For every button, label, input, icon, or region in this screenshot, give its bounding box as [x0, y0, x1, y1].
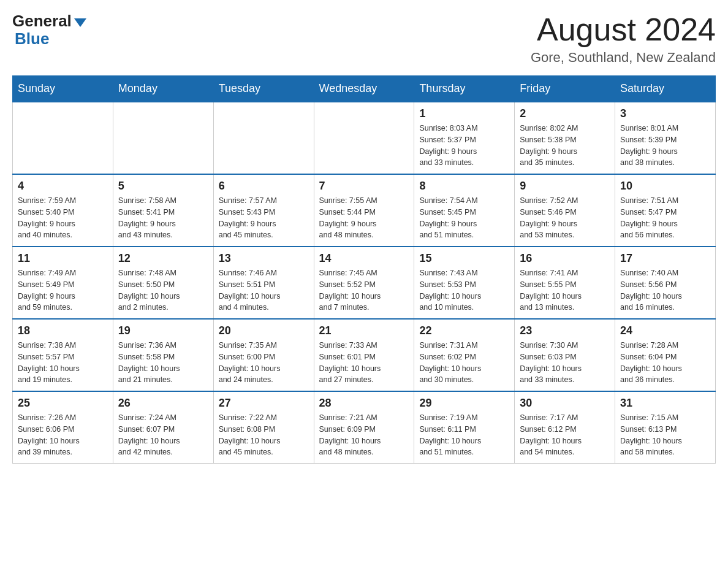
day-info: Sunrise: 7:36 AM Sunset: 5:58 PM Dayligh… [118, 340, 208, 386]
week-row-2: 4Sunrise: 7:59 AM Sunset: 5:40 PM Daylig… [13, 174, 716, 247]
calendar-cell: 27Sunrise: 7:22 AM Sunset: 6:08 PM Dayli… [213, 391, 314, 464]
day-number: 14 [319, 252, 409, 265]
day-number: 11 [18, 252, 108, 265]
calendar-cell: 16Sunrise: 7:41 AM Sunset: 5:55 PM Dayli… [515, 247, 615, 319]
calendar-cell: 20Sunrise: 7:35 AM Sunset: 6:00 PM Dayli… [213, 319, 314, 391]
logo-text-general: General [12, 12, 72, 30]
month-title: August 2024 [531, 12, 716, 47]
calendar-cell: 30Sunrise: 7:17 AM Sunset: 6:12 PM Dayli… [515, 391, 615, 464]
day-info: Sunrise: 7:35 AM Sunset: 6:00 PM Dayligh… [219, 340, 309, 386]
day-info: Sunrise: 7:55 AM Sunset: 5:44 PM Dayligh… [319, 195, 409, 241]
day-number: 2 [520, 107, 610, 120]
day-number: 26 [118, 397, 208, 410]
day-number: 17 [620, 252, 710, 265]
calendar-cell: 15Sunrise: 7:43 AM Sunset: 5:53 PM Dayli… [414, 247, 515, 319]
day-info: Sunrise: 8:03 AM Sunset: 5:37 PM Dayligh… [419, 123, 509, 169]
logo-general: General [12, 12, 86, 30]
calendar-cell: 31Sunrise: 7:15 AM Sunset: 6:13 PM Dayli… [615, 391, 716, 464]
day-info: Sunrise: 7:58 AM Sunset: 5:41 PM Dayligh… [118, 195, 208, 241]
day-number: 30 [520, 397, 610, 410]
logo-text-blue: Blue [15, 30, 49, 48]
calendar-header-row: SundayMondayTuesdayWednesdayThursdayFrid… [13, 76, 716, 102]
day-number: 1 [419, 107, 509, 120]
day-info: Sunrise: 7:57 AM Sunset: 5:43 PM Dayligh… [219, 195, 309, 241]
day-number: 16 [520, 252, 610, 265]
day-info: Sunrise: 7:43 AM Sunset: 5:53 PM Dayligh… [419, 267, 509, 313]
day-number: 7 [319, 180, 409, 193]
day-number: 28 [319, 397, 409, 410]
day-info: Sunrise: 7:26 AM Sunset: 6:06 PM Dayligh… [18, 412, 108, 458]
page-header: General Blue August 2024 Gore, Southland… [12, 12, 716, 66]
day-info: Sunrise: 7:54 AM Sunset: 5:45 PM Dayligh… [419, 195, 509, 241]
day-number: 3 [620, 107, 710, 120]
logo-arrow-icon [74, 18, 86, 27]
day-number: 4 [18, 180, 108, 193]
calendar-cell: 10Sunrise: 7:51 AM Sunset: 5:47 PM Dayli… [615, 174, 716, 247]
day-number: 18 [18, 324, 108, 337]
calendar-header-sunday: Sunday [13, 76, 113, 102]
week-row-3: 11Sunrise: 7:49 AM Sunset: 5:49 PM Dayli… [13, 247, 716, 319]
calendar-cell: 26Sunrise: 7:24 AM Sunset: 6:07 PM Dayli… [113, 391, 213, 464]
day-info: Sunrise: 7:24 AM Sunset: 6:07 PM Dayligh… [118, 412, 208, 458]
day-info: Sunrise: 7:51 AM Sunset: 5:47 PM Dayligh… [620, 195, 710, 241]
calendar-cell: 28Sunrise: 7:21 AM Sunset: 6:09 PM Dayli… [314, 391, 414, 464]
day-info: Sunrise: 7:15 AM Sunset: 6:13 PM Dayligh… [620, 412, 710, 458]
calendar-cell: 8Sunrise: 7:54 AM Sunset: 5:45 PM Daylig… [414, 174, 515, 247]
day-number: 9 [520, 180, 610, 193]
day-number: 5 [118, 180, 208, 193]
day-number: 19 [118, 324, 208, 337]
day-info: Sunrise: 7:40 AM Sunset: 5:56 PM Dayligh… [620, 267, 710, 313]
calendar-cell [213, 102, 314, 174]
calendar-cell [314, 102, 414, 174]
day-number: 6 [219, 180, 309, 193]
calendar-cell: 14Sunrise: 7:45 AM Sunset: 5:52 PM Dayli… [314, 247, 414, 319]
day-number: 22 [419, 324, 509, 337]
calendar-cell: 25Sunrise: 7:26 AM Sunset: 6:06 PM Dayli… [13, 391, 113, 464]
day-info: Sunrise: 7:21 AM Sunset: 6:09 PM Dayligh… [319, 412, 409, 458]
calendar-header-thursday: Thursday [414, 76, 515, 102]
day-number: 21 [319, 324, 409, 337]
day-info: Sunrise: 7:52 AM Sunset: 5:46 PM Dayligh… [520, 195, 610, 241]
calendar-cell: 7Sunrise: 7:55 AM Sunset: 5:44 PM Daylig… [314, 174, 414, 247]
day-info: Sunrise: 7:38 AM Sunset: 5:57 PM Dayligh… [18, 340, 108, 386]
day-number: 24 [620, 324, 710, 337]
calendar-header-wednesday: Wednesday [314, 76, 414, 102]
calendar-cell: 21Sunrise: 7:33 AM Sunset: 6:01 PM Dayli… [314, 319, 414, 391]
day-info: Sunrise: 7:30 AM Sunset: 6:03 PM Dayligh… [520, 340, 610, 386]
calendar-cell: 1Sunrise: 8:03 AM Sunset: 5:37 PM Daylig… [414, 102, 515, 174]
week-row-5: 25Sunrise: 7:26 AM Sunset: 6:06 PM Dayli… [13, 391, 716, 464]
calendar: SundayMondayTuesdayWednesdayThursdayFrid… [12, 75, 716, 464]
day-number: 12 [118, 252, 208, 265]
day-number: 29 [419, 397, 509, 410]
calendar-cell: 17Sunrise: 7:40 AM Sunset: 5:56 PM Dayli… [615, 247, 716, 319]
day-number: 13 [219, 252, 309, 265]
day-info: Sunrise: 7:59 AM Sunset: 5:40 PM Dayligh… [18, 195, 108, 241]
calendar-cell: 11Sunrise: 7:49 AM Sunset: 5:49 PM Dayli… [13, 247, 113, 319]
calendar-cell: 29Sunrise: 7:19 AM Sunset: 6:11 PM Dayli… [414, 391, 515, 464]
day-number: 23 [520, 324, 610, 337]
week-row-1: 1Sunrise: 8:03 AM Sunset: 5:37 PM Daylig… [13, 102, 716, 174]
day-info: Sunrise: 7:33 AM Sunset: 6:01 PM Dayligh… [319, 340, 409, 386]
calendar-cell: 5Sunrise: 7:58 AM Sunset: 5:41 PM Daylig… [113, 174, 213, 247]
calendar-header-friday: Friday [515, 76, 615, 102]
calendar-cell: 19Sunrise: 7:36 AM Sunset: 5:58 PM Dayli… [113, 319, 213, 391]
calendar-cell [13, 102, 113, 174]
day-number: 27 [219, 397, 309, 410]
calendar-header-saturday: Saturday [615, 76, 716, 102]
calendar-cell: 12Sunrise: 7:48 AM Sunset: 5:50 PM Dayli… [113, 247, 213, 319]
day-info: Sunrise: 8:01 AM Sunset: 5:39 PM Dayligh… [620, 123, 710, 169]
day-info: Sunrise: 7:48 AM Sunset: 5:50 PM Dayligh… [118, 267, 208, 313]
location: Gore, Southland, New Zealand [531, 50, 716, 66]
day-number: 20 [219, 324, 309, 337]
day-info: Sunrise: 7:31 AM Sunset: 6:02 PM Dayligh… [419, 340, 509, 386]
calendar-cell: 9Sunrise: 7:52 AM Sunset: 5:46 PM Daylig… [515, 174, 615, 247]
day-info: Sunrise: 7:28 AM Sunset: 6:04 PM Dayligh… [620, 340, 710, 386]
day-info: Sunrise: 7:46 AM Sunset: 5:51 PM Dayligh… [219, 267, 309, 313]
day-info: Sunrise: 7:22 AM Sunset: 6:08 PM Dayligh… [219, 412, 309, 458]
calendar-cell: 24Sunrise: 7:28 AM Sunset: 6:04 PM Dayli… [615, 319, 716, 391]
calendar-cell: 13Sunrise: 7:46 AM Sunset: 5:51 PM Dayli… [213, 247, 314, 319]
calendar-header-monday: Monday [113, 76, 213, 102]
calendar-cell: 2Sunrise: 8:02 AM Sunset: 5:38 PM Daylig… [515, 102, 615, 174]
day-number: 10 [620, 180, 710, 193]
day-info: Sunrise: 7:41 AM Sunset: 5:55 PM Dayligh… [520, 267, 610, 313]
